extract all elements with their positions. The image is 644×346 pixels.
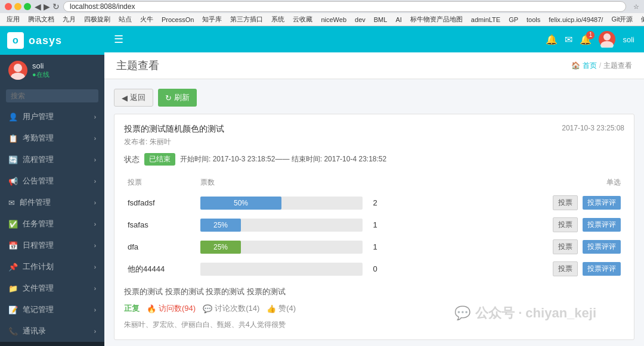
- topic-card: 投票的测试随机颜色的测试 发布者: 朱丽叶 2017-10-3 23:25:08…: [114, 114, 634, 340]
- poll-bar: 25%: [200, 219, 241, 232]
- toolbar-thirdparty[interactable]: 第三方插口: [227, 14, 266, 24]
- status-label: 状态: [124, 154, 140, 165]
- view-votes-button[interactable]: 投票评评: [583, 240, 621, 254]
- avatar: [8, 61, 27, 80]
- mail-icon[interactable]: ✉: [565, 34, 572, 45]
- note-icon: 📝: [8, 306, 18, 314]
- back-button[interactable]: ◀ 返回: [114, 89, 153, 107]
- toolbar-zhihu[interactable]: 知乎库: [199, 14, 225, 24]
- sidebar-item-note-mgmt[interactable]: 📝 笔记管理 ›: [0, 299, 104, 320]
- view-votes-button[interactable]: 投票评评: [583, 262, 621, 276]
- poll-row: dfa 25% 1 投票 投票评评: [125, 236, 623, 257]
- toolbar-niceweb[interactable]: niceWeb: [318, 15, 349, 24]
- hamburger-icon[interactable]: ☰: [114, 33, 123, 46]
- poll-bar-wrap: [200, 263, 363, 276]
- sidebar-item-label: 笔记管理: [23, 304, 54, 315]
- forward-nav-btn[interactable]: ▶: [44, 2, 50, 11]
- poll-header-votes: 票数: [198, 174, 365, 191]
- toolbar-adminlte[interactable]: adminLTE: [468, 15, 503, 24]
- task-icon: ✅: [8, 220, 18, 229]
- toolbar-asset[interactable]: 标牛物资产品地图: [407, 14, 466, 24]
- action-bar: ◀ 返回 ↻ 刷新: [114, 89, 634, 107]
- poll-vote-count: 0: [366, 258, 384, 279]
- chevron-right-icon: ›: [94, 135, 96, 142]
- min-btn[interactable]: [14, 3, 21, 10]
- max-btn[interactable]: [24, 3, 31, 10]
- reply-tag[interactable]: 正复: [124, 303, 140, 314]
- sidebar-item-file-mgmt[interactable]: 📁 文件管理 ›: [0, 278, 104, 299]
- content-header: 主题查看 🏠 首页 / 主题查看: [104, 52, 644, 79]
- toolbar-site[interactable]: 站点: [116, 14, 135, 24]
- toolbar-ai[interactable]: AI: [392, 15, 404, 24]
- sidebar-username: soli: [32, 61, 49, 70]
- logo-letter: o: [13, 35, 18, 46]
- toolbar-fireox[interactable]: 火牛: [137, 14, 156, 24]
- main-content: 主题查看 🏠 首页 / 主题查看 ◀ 返回 ↻ 刷新: [104, 52, 644, 346]
- top-nav-username: soli: [623, 35, 634, 44]
- sidebar-item-work-plan[interactable]: 📌 工作计划 ›: [0, 256, 104, 278]
- toolbar-item4[interactable]: 四极旋刷: [81, 14, 113, 24]
- address-bar[interactable]: [63, 1, 626, 12]
- sidebar-item-label: 文件管理: [23, 283, 54, 294]
- poll-vote-count: 2: [366, 192, 384, 213]
- sidebar-item-label: 公告管理: [23, 176, 54, 186]
- breadcrumb-current: 主题查看: [603, 61, 632, 71]
- chevron-right-icon: ›: [94, 328, 96, 335]
- view-votes-button[interactable]: 投票评评: [583, 196, 621, 210]
- close-btn[interactable]: [5, 3, 12, 10]
- breadcrumb-home-link[interactable]: 首页: [583, 61, 597, 71]
- toolbar-processon[interactable]: ProcessOn: [159, 15, 197, 24]
- poll-option-name: fsafas: [125, 214, 197, 235]
- toolbar-cloud[interactable]: 云收藏: [290, 14, 315, 24]
- vote-button[interactable]: 投票: [553, 239, 578, 254]
- sidebar-item-task-mgmt[interactable]: ✅ 任务管理 ›: [0, 213, 104, 235]
- toolbar-tencent[interactable]: 腾讯文档: [25, 14, 57, 24]
- notification-icon[interactable]: 🔔 1: [580, 34, 592, 45]
- poll-bar-cell: 25%: [198, 236, 365, 257]
- toolbar-bml[interactable]: BML: [371, 15, 391, 24]
- bookmark-star[interactable]: ☆: [633, 3, 639, 11]
- vote-button[interactable]: 投票: [553, 217, 578, 232]
- sidebar-item-user-mgmt[interactable]: 👤 用户管理 ›: [0, 106, 104, 127]
- sidebar-item-notice-mgmt[interactable]: 📢 公告管理 ›: [0, 170, 104, 192]
- sidebar-item-attendance-mgmt[interactable]: 📋 考勤管理 ›: [0, 127, 104, 149]
- chevron-right-icon: ›: [94, 221, 96, 227]
- sidebar-item-label: 日程管理: [23, 240, 54, 251]
- reload-nav-btn[interactable]: ↻: [52, 2, 60, 11]
- sidebar-item-mail-mgmt[interactable]: ✉ 邮件管理 ›: [0, 192, 104, 213]
- thumb-up-icon: 👍: [267, 304, 276, 313]
- sidebar-item-flow-mgmt[interactable]: 🔄 流程管理 ›: [0, 149, 104, 170]
- back-nav-btn[interactable]: ◀: [35, 2, 41, 11]
- right-panel: ☰ 🔔 ✉ 🔔 1 soli: [104, 26, 644, 346]
- toolbar-apps[interactable]: 应用: [4, 14, 23, 24]
- refresh-icon: ↻: [165, 93, 172, 102]
- user-avatar[interactable]: [599, 31, 615, 48]
- bell-icon[interactable]: 🔔: [546, 34, 558, 45]
- sidebar-item-communication[interactable]: 📞 通讯录 ›: [0, 320, 104, 342]
- chevron-right-icon: ›: [94, 157, 96, 163]
- app-layout: o oasys soli ●在线 👤 用户管理 ›: [0, 26, 644, 346]
- sidebar-item-schedule-mgmt[interactable]: 📅 日程管理 ›: [0, 235, 104, 256]
- view-votes-button[interactable]: 投票评评: [583, 218, 621, 232]
- toolbar-fitness[interactable]: 健身: [638, 14, 644, 24]
- toolbar-tools[interactable]: tools: [524, 15, 543, 24]
- vote-button[interactable]: 投票: [553, 261, 578, 276]
- top-nav-right: 🔔 ✉ 🔔 1 soli: [546, 31, 634, 48]
- svg-point-0: [14, 64, 22, 72]
- search-input[interactable]: [6, 89, 98, 102]
- toolbar-gp[interactable]: GP: [506, 15, 521, 24]
- toolbar-dev[interactable]: dev: [352, 15, 369, 24]
- poll-header-single: 单选: [385, 174, 623, 191]
- toolbar-felix[interactable]: felix.uicp.io/49487/: [546, 15, 606, 24]
- refresh-button[interactable]: ↻ 刷新: [158, 89, 197, 107]
- toolbar-sept[interactable]: 九月: [60, 14, 79, 24]
- vote-button[interactable]: 投票: [553, 195, 578, 210]
- poll-actions: 投票 投票评评: [385, 236, 623, 257]
- toolbar-git[interactable]: Git开源: [608, 14, 636, 24]
- sidebar-item-forum[interactable]: 💬 讨论区 ▾: [0, 342, 104, 346]
- poll-bar-cell: [198, 258, 365, 279]
- chevron-right-icon: ›: [94, 285, 96, 292]
- toolbar-system[interactable]: 系统: [268, 14, 287, 24]
- logo-text: oasys: [29, 35, 62, 47]
- sidebar-item-label: 任务管理: [23, 219, 54, 229]
